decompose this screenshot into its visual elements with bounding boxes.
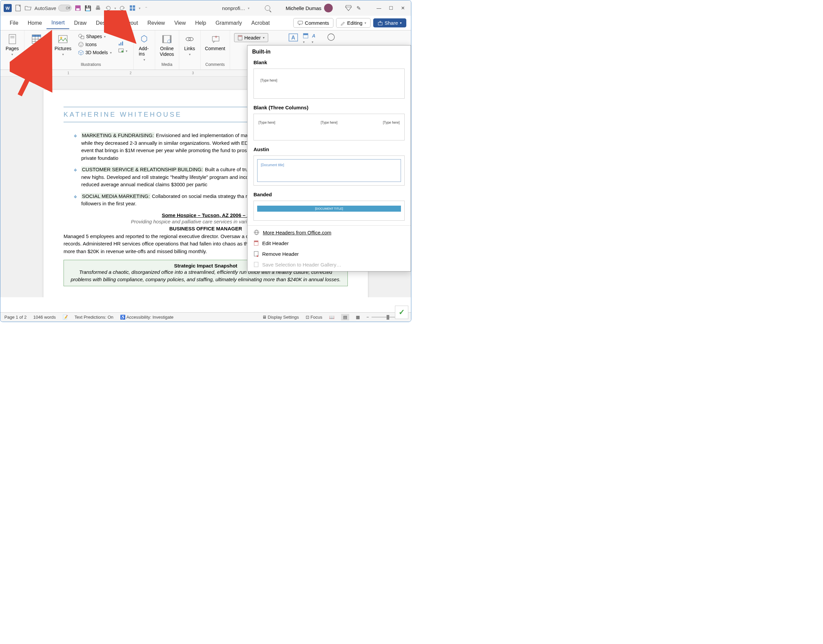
menu-draw[interactable]: Draw xyxy=(69,17,91,29)
svg-rect-54 xyxy=(254,251,258,256)
menu-acrobat[interactable]: Acrobat xyxy=(247,17,274,29)
header-option-blank[interactable]: [Type here] xyxy=(253,69,405,99)
links-button[interactable]: Links ▾ xyxy=(182,32,198,58)
quick-parts-icon[interactable]: ▾ xyxy=(303,33,308,44)
header-option-blank-three[interactable]: [Type here] [Type here] [Type here] xyxy=(253,114,405,140)
svg-rect-3 xyxy=(130,5,132,8)
open-folder-icon[interactable] xyxy=(25,5,32,12)
header-page-icon xyxy=(238,35,242,40)
media-label: Media xyxy=(161,61,173,67)
new-doc-icon[interactable] xyxy=(14,5,22,12)
word-app-icon: W xyxy=(4,4,12,12)
print-layout-icon[interactable]: ▤ xyxy=(341,314,349,320)
annotation-arrow-icon xyxy=(10,25,53,99)
read-mode-icon[interactable]: 📖 xyxy=(329,314,334,320)
header-option-banded[interactable]: [DOCUMENT TITLE] xyxy=(253,201,405,221)
shapes-icon xyxy=(78,34,84,39)
menu-help[interactable]: Help xyxy=(191,17,211,29)
proofing-check-icon[interactable]: ✓ xyxy=(395,306,408,319)
page-status[interactable]: Page 1 of 2 xyxy=(5,314,27,320)
menu-grammarly[interactable]: Grammarly xyxy=(211,17,247,29)
close-button[interactable]: ✕ xyxy=(398,3,408,13)
display-settings[interactable]: 🖥 Display Settings xyxy=(262,314,299,320)
svg-text:A: A xyxy=(291,35,295,40)
wordart-icon[interactable]: A ▾ xyxy=(312,33,317,44)
svg-point-37 xyxy=(186,37,191,41)
edit-header-icon xyxy=(253,240,259,246)
save-gallery-icon xyxy=(253,261,259,267)
svg-rect-2 xyxy=(76,8,80,10)
share-icon xyxy=(378,21,383,25)
accessibility-status[interactable]: ♿ Accessibility: Investigate xyxy=(120,314,173,320)
save-icon[interactable] xyxy=(74,5,81,12)
svg-rect-55 xyxy=(254,262,258,267)
comment-button[interactable]: + Comment xyxy=(202,32,228,52)
annotation-arrow-icon xyxy=(104,10,138,45)
pictures-button[interactable]: Pictures ▾ xyxy=(52,32,74,61)
builtin-label: Built-in xyxy=(247,46,411,58)
remove-header-icon xyxy=(253,251,259,257)
menu-bar: File Home Insert Draw Design Layout Revi… xyxy=(0,16,411,31)
focus-mode[interactable]: ⊡ Focus xyxy=(306,314,322,320)
ribbon: Pages ▾ Tables ▾ Tables Pictures ▾ Shape… xyxy=(0,31,411,70)
user-account[interactable]: Michelle Dumas xyxy=(286,4,333,12)
diamond-bullet-icon: ❖ xyxy=(74,133,77,162)
blank-three-label: Blank (Three Columns) xyxy=(247,103,411,112)
diamond-bullet-icon: ❖ xyxy=(74,194,77,208)
svg-rect-42 xyxy=(238,35,242,37)
svg-point-48 xyxy=(328,34,334,40)
spelling-icon[interactable]: 📝 xyxy=(63,314,68,320)
header-button[interactable]: Header ▾ xyxy=(234,33,268,42)
comments-button[interactable]: Comments xyxy=(293,18,334,28)
remove-header-item[interactable]: Remove Header xyxy=(247,248,411,259)
maximize-button[interactable]: ☐ xyxy=(386,3,395,13)
text-box-icon[interactable]: A xyxy=(288,33,298,42)
pen-sparkle-icon[interactable]: ✎ xyxy=(355,5,362,12)
diamond-bullet-icon: ❖ xyxy=(74,167,77,189)
word-count[interactable]: 1046 words xyxy=(34,314,56,320)
icons-icon xyxy=(78,42,84,47)
svg-rect-21 xyxy=(81,36,84,39)
menu-review[interactable]: Review xyxy=(143,17,170,29)
more-headers-item[interactable]: More Headers from Office.com xyxy=(247,227,411,238)
comments-group-label: Comments xyxy=(205,61,225,67)
pencil-icon xyxy=(340,21,345,25)
svg-text:A: A xyxy=(312,33,315,38)
online-videos-button[interactable]: Online Videos xyxy=(157,32,177,58)
austin-label: Austin xyxy=(247,145,411,153)
svg-rect-7 xyxy=(298,21,303,24)
share-button[interactable]: Share ▾ xyxy=(373,18,406,28)
addins-button[interactable]: Add-ins ▾ xyxy=(136,32,152,63)
header-option-austin[interactable]: [Document title] xyxy=(253,155,405,186)
blank-label: Blank xyxy=(247,58,411,66)
header-dropdown: Built-in Blank [Type here] Blank (Three … xyxy=(247,45,411,271)
new-comment-icon: + xyxy=(210,35,220,43)
illustrations-label: Illustrations xyxy=(81,61,101,67)
autosave-label: AutoSave xyxy=(34,5,56,11)
document-name[interactable]: nonprofi… xyxy=(222,5,245,11)
status-bar: Page 1 of 2 1046 words 📝 Text Prediction… xyxy=(0,312,411,322)
editing-mode-button[interactable]: Editing ▾ xyxy=(336,18,371,28)
globe-icon xyxy=(253,229,259,235)
menu-view[interactable]: View xyxy=(170,17,190,29)
diamond-premium-icon[interactable] xyxy=(345,5,352,12)
screenshot-icon xyxy=(118,49,124,53)
print-icon[interactable]: 🖶 xyxy=(94,5,102,12)
search-icon[interactable] xyxy=(265,5,270,11)
symbol-icon[interactable] xyxy=(327,33,335,41)
web-layout-icon[interactable]: ▦ xyxy=(356,314,360,320)
minimize-button[interactable]: — xyxy=(374,3,383,13)
svg-rect-34 xyxy=(162,35,164,43)
autosave-toggle[interactable]: AutoSave Off xyxy=(34,5,72,11)
save-as-icon[interactable]: 💾 xyxy=(84,5,92,12)
svg-point-32 xyxy=(121,51,123,52)
edit-header-item[interactable]: Edit Header xyxy=(247,238,411,248)
svg-rect-46 xyxy=(303,34,308,35)
link-icon xyxy=(185,36,194,43)
3d-models-button[interactable]: 3D Models▾ xyxy=(77,49,113,56)
screenshot-button[interactable]: ▾ xyxy=(117,48,129,54)
video-icon xyxy=(162,35,172,43)
svg-rect-4 xyxy=(133,5,135,8)
addins-icon xyxy=(139,34,149,44)
text-predictions[interactable]: Text Predictions: On xyxy=(75,314,113,320)
